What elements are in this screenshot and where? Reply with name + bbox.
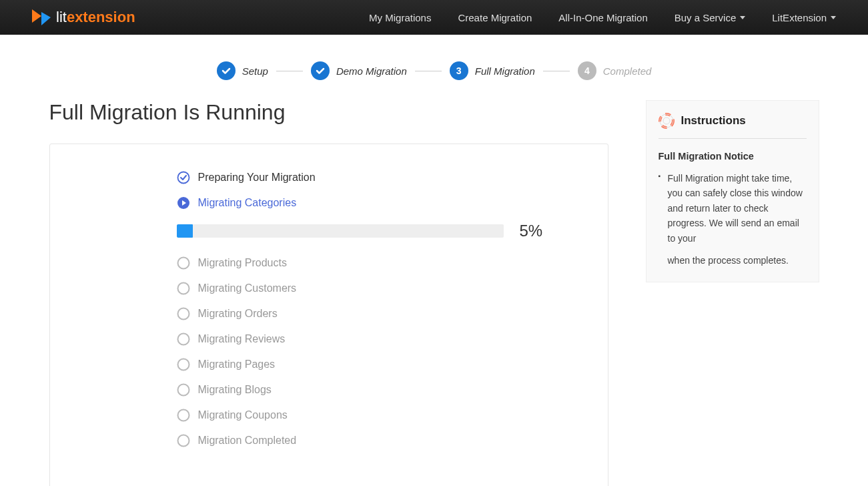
check-icon [315,65,326,76]
nav-litextension-label: LitExtension [772,12,827,23]
nav-links: My Migrations Create Migration All-In-On… [369,12,836,23]
step-full: 3 Full Migration [450,61,535,80]
task-label: Migrating Categories [198,197,297,209]
nav-create-migration[interactable]: Create Migration [458,12,532,23]
task-label: Migrating Blogs [198,384,272,396]
step-badge-pending: 4 [578,61,596,80]
nav-create-migration-label: Create Migration [458,12,532,23]
nav-my-migrations-label: My Migrations [369,12,431,23]
progress-percent: 5% [520,222,543,240]
circle-empty-icon [177,434,190,447]
step-label: Full Migration [475,65,535,77]
svg-point-7 [177,385,189,396]
circle-empty-icon [177,282,190,295]
svg-point-9 [177,435,189,447]
nav-all-in-one[interactable]: All-In-One Migration [558,12,647,23]
svg-point-4 [177,308,189,320]
instructions-box: Instructions Full Migration Notice Full … [646,100,819,282]
task-preparing: Preparing Your Migration [177,171,561,184]
logo-text-ext: extension [67,9,135,26]
instructions-title: Instructions [681,114,746,128]
circle-empty-icon [177,256,190,270]
life-ring-icon [659,113,675,129]
caret-down-icon [831,16,836,19]
step-connector [543,71,570,71]
step-tracker: Setup Demo Migration 3 Full Migration 4 … [0,35,868,100]
task-label: Preparing Your Migration [198,172,316,184]
nav-all-in-one-label: All-In-One Migration [558,12,647,23]
nav-buy-service[interactable]: Buy a Service [675,12,746,23]
instructions-header: Instructions [659,113,807,139]
step-badge-done [311,61,330,80]
step-connector [276,71,303,71]
task-blogs: Migrating Blogs [177,383,561,397]
logo-text-lit: lit [56,9,67,26]
task-label: Migrating Pages [198,358,276,371]
step-demo: Demo Migration [311,61,407,80]
circle-empty-icon [177,383,190,397]
check-icon [221,65,232,76]
step-badge-done [217,61,236,80]
step-label: Completed [603,65,652,77]
caret-down-icon [740,16,745,19]
step-completed: 4 Completed [578,61,652,80]
notice-item: Full Migration might take time, you can … [659,171,807,246]
page-title: Full Migration Is Running [49,100,608,125]
svg-point-6 [177,359,189,371]
circle-empty-icon [177,332,190,346]
task-label: Migrating Coupons [198,409,288,421]
step-label: Setup [242,65,268,77]
svg-point-11 [660,114,673,128]
notice-title: Full Migration Notice [659,151,807,162]
circle-empty-icon [177,358,190,371]
task-label: Migrating Products [198,257,287,269]
main-column: Full Migration Is Running Preparing Your… [49,100,608,486]
task-label: Migrating Customers [198,282,297,294]
notice-para2: when the process completes. [659,255,807,266]
notice-list: Full Migration might take time, you can … [659,171,807,246]
task-completed: Migration Completed [177,434,561,447]
progress-fill [177,224,193,238]
task-label: Migrating Orders [198,308,278,320]
brand-logo[interactable]: litextension [32,9,135,26]
step-connector [415,71,442,71]
svg-point-12 [663,117,670,124]
svg-point-0 [177,172,189,184]
circle-empty-icon [177,409,190,422]
task-label: Migrating Reviews [198,333,286,345]
step-setup: Setup [217,61,268,80]
logo-icon [32,9,51,25]
migration-progress-card: Preparing Your Migration Migrating Categ… [49,144,608,486]
task-reviews: Migrating Reviews [177,332,561,346]
nav-litextension[interactable]: LitExtension [772,12,836,23]
play-circle-icon [177,196,190,210]
circle-empty-icon [177,307,190,320]
sidebar: Instructions Full Migration Notice Full … [646,100,819,486]
task-categories: Migrating Categories [177,196,561,210]
top-nav: litextension My Migrations Create Migrat… [0,0,868,35]
step-label: Demo Migration [336,65,407,77]
task-coupons: Migrating Coupons [177,409,561,422]
nav-my-migrations[interactable]: My Migrations [369,12,431,23]
nav-buy-service-label: Buy a Service [675,12,737,23]
svg-point-8 [177,410,189,421]
progress-row: 5% [177,222,561,240]
task-customers: Migrating Customers [177,282,561,295]
task-label: Migration Completed [198,435,297,447]
task-products: Migrating Products [177,256,561,270]
progress-bar [177,224,504,238]
svg-point-2 [177,258,189,269]
svg-point-3 [177,283,189,294]
task-orders: Migrating Orders [177,307,561,320]
task-pages: Migrating Pages [177,358,561,371]
check-circle-icon [177,171,190,184]
svg-point-5 [177,334,189,345]
step-badge-active: 3 [450,61,468,80]
